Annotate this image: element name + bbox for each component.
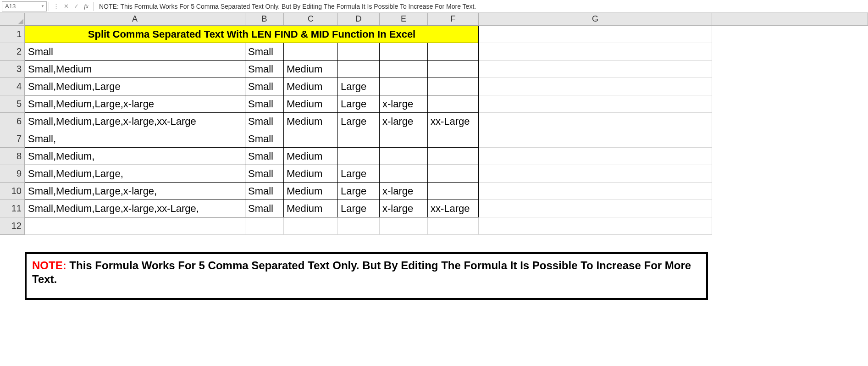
name-box[interactable]: A13 ▼ [2,1,47,11]
row-header-2[interactable]: 2 [0,43,25,61]
cell-A8[interactable]: Small,Medium, [25,148,245,165]
cell-D6[interactable]: Large [338,113,380,130]
row-header-9[interactable]: 9 [0,165,25,183]
cell-C10[interactable]: Medium [284,183,338,200]
cell-A6[interactable]: Small,Medium,Large,x-large,xx-Large [25,113,245,130]
cell-G5[interactable] [479,95,712,113]
cell-F12[interactable] [428,217,479,235]
cell-D10[interactable]: Large [338,183,380,200]
row-header-4[interactable]: 4 [0,78,25,95]
cell-D4[interactable]: Large [338,78,380,95]
cell-F10[interactable] [428,183,479,200]
cell-G7[interactable] [479,130,712,148]
cell-B4[interactable]: Small [245,78,284,95]
cell-D9[interactable]: Large [338,165,380,183]
cell-A5[interactable]: Small,Medium,Large,x-large [25,95,245,113]
title-cell[interactable]: Split Comma Separated Text With LEN FIND… [25,26,479,43]
col-header-D[interactable]: D [338,13,380,26]
cell-D2[interactable] [338,43,380,61]
cell-B3[interactable]: Small [245,61,284,78]
cell-A9[interactable]: Small,Medium,Large, [25,165,245,183]
cell-F9[interactable] [428,165,479,183]
row-header-10[interactable]: 10 [0,183,25,200]
more-options-icon[interactable]: ⋮ [51,1,61,11]
col-header-F[interactable]: F [428,13,479,26]
cell-F4[interactable] [428,78,479,95]
cell-C2[interactable] [284,43,338,61]
cell-G8[interactable] [479,148,712,165]
cell-G1[interactable] [479,26,712,43]
cell-G10[interactable] [479,183,712,200]
row-header-1[interactable]: 1 [0,26,25,43]
cell-F2[interactable] [428,43,479,61]
cell-B8[interactable]: Small [245,148,284,165]
cell-C12[interactable] [284,217,338,235]
cell-E8[interactable] [380,148,428,165]
row-header-7[interactable]: 7 [0,130,25,148]
cell-E12[interactable] [380,217,428,235]
row-header-5[interactable]: 5 [0,95,25,113]
note-box[interactable]: NOTE: This Formula Works For 5 Comma Sep… [25,252,708,300]
cell-B9[interactable]: Small [245,165,284,183]
enter-icon[interactable]: ✓ [71,1,81,11]
cell-F5[interactable] [428,95,479,113]
cell-C7[interactable] [284,130,338,148]
cancel-icon[interactable]: ✕ [61,1,71,11]
cell-D11[interactable]: Large [338,200,380,217]
cell-B2[interactable]: Small [245,43,284,61]
cell-D8[interactable] [338,148,380,165]
cell-A7[interactable]: Small, [25,130,245,148]
col-header-B[interactable]: B [245,13,284,26]
cell-C5[interactable]: Medium [284,95,338,113]
cell-A4[interactable]: Small,Medium,Large [25,78,245,95]
cell-E3[interactable] [380,61,428,78]
cell-G4[interactable] [479,78,712,95]
cell-A12[interactable] [25,217,245,235]
cell-D7[interactable] [338,130,380,148]
cell-G12[interactable] [479,217,712,235]
cell-F11[interactable]: xx-Large [428,200,479,217]
col-header-E[interactable]: E [380,13,428,26]
cell-A10[interactable]: Small,Medium,Large,x-large, [25,183,245,200]
name-box-dropdown-icon[interactable]: ▼ [41,4,44,8]
cell-B5[interactable]: Small [245,95,284,113]
cell-D5[interactable]: Large [338,95,380,113]
col-header-C[interactable]: C [284,13,338,26]
row-header-12[interactable]: 12 [0,217,25,235]
cell-C3[interactable]: Medium [284,61,338,78]
cell-B10[interactable]: Small [245,183,284,200]
cell-E6[interactable]: x-large [380,113,428,130]
row-header-11[interactable]: 11 [0,200,25,217]
cell-G2[interactable] [479,43,712,61]
cell-G3[interactable] [479,61,712,78]
cell-C8[interactable]: Medium [284,148,338,165]
cell-B6[interactable]: Small [245,113,284,130]
cell-F7[interactable] [428,130,479,148]
cell-F6[interactable]: xx-Large [428,113,479,130]
cell-E10[interactable]: x-large [380,183,428,200]
cell-A11[interactable]: Small,Medium,Large,x-large,xx-Large, [25,200,245,217]
cell-A2[interactable]: Small [25,43,245,61]
cell-E9[interactable] [380,165,428,183]
cell-D3[interactable] [338,61,380,78]
cell-C11[interactable]: Medium [284,200,338,217]
cell-E11[interactable]: x-large [380,200,428,217]
row-header-6[interactable]: 6 [0,113,25,130]
cell-E4[interactable] [380,78,428,95]
cell-B7[interactable]: Small [245,130,284,148]
col-header-G[interactable]: G [479,13,712,26]
cell-F8[interactable] [428,148,479,165]
cell-D12[interactable] [338,217,380,235]
row-header-8[interactable]: 8 [0,148,25,165]
col-header-H[interactable] [712,13,868,26]
cell-C6[interactable]: Medium [284,113,338,130]
cell-A3[interactable]: Small,Medium [25,61,245,78]
formula-input[interactable] [95,1,866,11]
select-all-corner[interactable] [0,13,25,26]
cell-G6[interactable] [479,113,712,130]
col-header-A[interactable]: A [25,13,245,26]
cell-F3[interactable] [428,61,479,78]
cell-C4[interactable]: Medium [284,78,338,95]
cell-E2[interactable] [380,43,428,61]
row-header-3[interactable]: 3 [0,61,25,78]
